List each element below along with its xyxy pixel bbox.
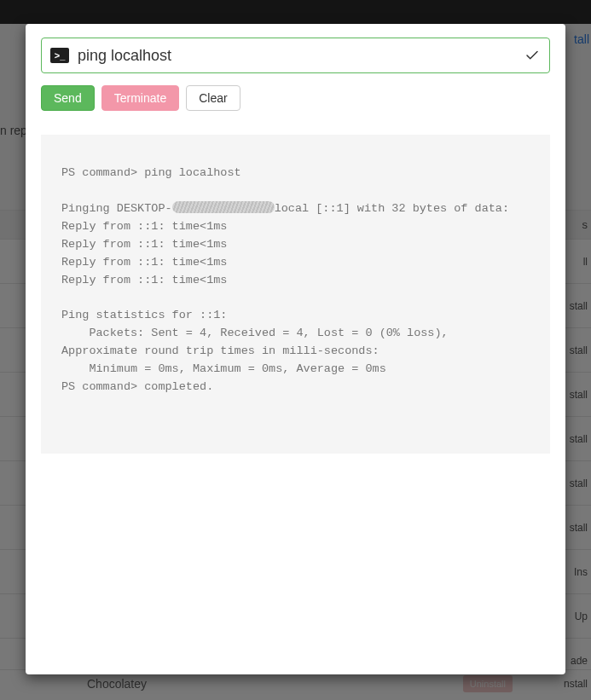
ps-command-modal: >_ Send Terminate Clear PS command> ping… bbox=[26, 24, 565, 674]
output-line: local [::1] with 32 bytes of data: bbox=[275, 202, 509, 215]
output-line: Ping statistics for ::1: bbox=[61, 309, 227, 321]
check-icon bbox=[524, 47, 541, 64]
output-line: Reply from ::1: time<1ms bbox=[61, 256, 227, 269]
output-line: Reply from ::1: time<1ms bbox=[61, 220, 227, 233]
terminate-button[interactable]: Terminate bbox=[101, 85, 179, 111]
clear-button[interactable]: Clear bbox=[186, 85, 240, 111]
output-line: Approximate round trip times in milli-se… bbox=[61, 344, 380, 357]
output-line: Pinging DESKTOP- bbox=[61, 202, 172, 215]
button-row: Send Terminate Clear bbox=[41, 85, 550, 111]
output-line: PS command> completed. bbox=[61, 380, 213, 393]
powershell-icon: >_ bbox=[50, 48, 69, 63]
output-line: PS command> ping localhost bbox=[61, 166, 241, 179]
command-input[interactable] bbox=[78, 47, 524, 65]
redacted-hostname bbox=[172, 201, 275, 213]
output-line: Minimum = 0ms, Maximum = 0ms, Average = … bbox=[61, 362, 386, 375]
send-button[interactable]: Send bbox=[41, 85, 95, 111]
command-input-wrap[interactable]: >_ bbox=[41, 38, 550, 73]
output-line: Reply from ::1: time<1ms bbox=[61, 274, 227, 286]
output-line: Reply from ::1: time<1ms bbox=[61, 238, 227, 251]
output-line: Packets: Sent = 4, Received = 4, Lost = … bbox=[61, 327, 449, 339]
output-panel: PS command> ping localhost Pinging DESKT… bbox=[41, 135, 550, 454]
